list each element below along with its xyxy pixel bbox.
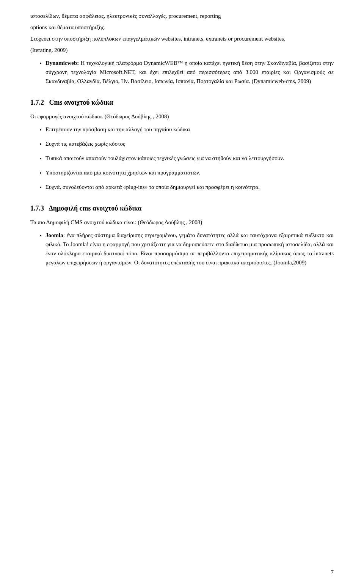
list-item: Συχνά τις κατεβάζεις χωρίς κόστος	[46, 139, 334, 148]
page-content: ιστοσελίδων, θέματα ασφάλειας, ηλεκτρονι…	[30, 11, 334, 267]
dynamicweb-section: (Iterating, 2009) Dynamicweb: Η τεχνολογ…	[30, 46, 334, 86]
joomla-text: : ένα πλήρες σύστημα διαχείρισης περιεχο…	[46, 232, 334, 266]
list-item: Υποστηρίζονται από μία κοινότητα χρηστών…	[46, 168, 334, 177]
section-173-title: Δημοφιλή cms ανοιχτού κώδικα	[49, 204, 142, 212]
section-173-bullet-list: Joomla: ένα πλήρες σύστημα διαχείρισης π…	[46, 231, 334, 267]
list-item: Επιτρέπουν την πρόσβαση και την αλλαγή τ…	[46, 125, 334, 134]
section-172-bullet-list: Επιτρέπουν την πρόσβαση και την αλλαγή τ…	[46, 125, 334, 192]
section-172-intro: Οι εφαρμογές ανοιχτού κώδικα. (Θεόδωρος …	[30, 112, 334, 121]
section-173-intro: Τα πιο Δημοφιλή CMS ανοιχτού κώδικα είνα…	[30, 218, 334, 227]
list-item: Τυπικά απαιτούν απαιτούν τουλάχιστον κάπ…	[46, 154, 334, 163]
dynamicweb-bullet-item: Dynamicweb: Η τεχνολογική πλατφόρμα Dyna…	[46, 58, 334, 86]
joomla-list-item: Joomla: ένα πλήρες σύστημα διαχείρισης π…	[46, 231, 334, 267]
dynamicweb-text: Η τεχνολογική πλατφόρμα DynamicWEB™ η οπ…	[46, 60, 334, 84]
section-173-heading: 1.7.3 Δημοφιλή cms ανοιχτού κώδικα	[30, 203, 334, 214]
section-173-number: 1.7.3	[30, 204, 44, 212]
section-173: 1.7.3 Δημοφιλή cms ανοιχτού κώδικα Τα πι…	[30, 203, 334, 267]
section-172-heading: 1.7.2 Cms ανοιχτού κώδικα	[30, 97, 334, 108]
intro-line1: ιστοσελίδων, θέματα ασφάλειας, ηλεκτρονι…	[30, 11, 334, 20]
intro-line3: Στοχεύει στην υποστήριξη πολύπλοκων επαγ…	[30, 34, 334, 43]
list-item: Συχνά, συνοδεύονται από αρκετά «plug-ins…	[46, 182, 334, 192]
page-number: 7	[331, 568, 334, 577]
section-172-title: Cms ανοιχτού κώδικα	[49, 99, 113, 106]
section-172-number: 1.7.2	[30, 99, 44, 106]
dynamicweb-bullet-list: Dynamicweb: Η τεχνολογική πλατφόρμα Dyna…	[46, 58, 334, 86]
section-172: 1.7.2 Cms ανοιχτού κώδικα Οι εφαρμογές α…	[30, 97, 334, 192]
iterating-ref: (Iterating, 2009)	[30, 46, 334, 55]
dynamicweb-bold-label: Dynamicweb:	[46, 60, 79, 66]
joomla-bold-label: Joomla	[46, 232, 63, 238]
intro-line2: options και θέματα υποστήριξης.	[30, 23, 334, 32]
